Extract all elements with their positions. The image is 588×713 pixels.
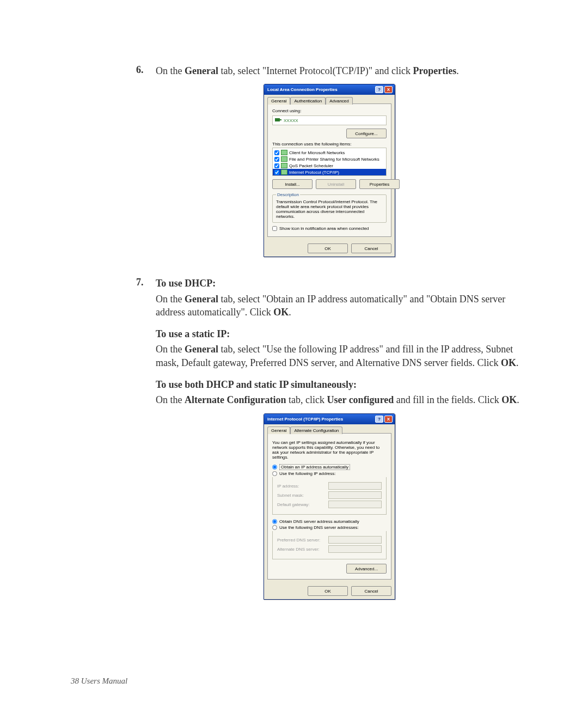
list-item[interactable]: File and Printer Sharing for Microsoft N… (273, 156, 386, 162)
ip-address-input[interactable] (328, 482, 382, 490)
dialog1-tabs: General Authentication Advanced (267, 96, 391, 104)
step-7-static-text: On the General tab, select "Use the foll… (156, 343, 523, 369)
service-icon (281, 150, 287, 155)
radio-label: Use the following DNS server addresses: (279, 525, 359, 530)
radio-label: Obtain DNS server address automatically (279, 519, 359, 524)
radio-label: Obtain an IP address automatically (279, 464, 350, 470)
help-button[interactable]: ? (375, 416, 383, 423)
subnet-mask-input[interactable] (328, 491, 382, 499)
install-button[interactable]: Install... (272, 179, 313, 189)
radio-use-following-ip[interactable]: Use the following IP address: (272, 471, 387, 476)
tab-alternate-configuration[interactable]: Alternate Configuration (290, 426, 342, 434)
radio-input[interactable] (272, 465, 277, 470)
subnet-mask-label: Subnet mask: (277, 493, 328, 498)
radio-input[interactable] (272, 525, 277, 530)
dialog-lan-properties: Local Area Connection Properties ? X Gen… (264, 84, 395, 257)
step-7: 7. To use DHCP: (136, 277, 523, 290)
service-icon (281, 163, 287, 168)
help-button[interactable]: ? (375, 86, 383, 93)
connect-using-label: Connect using: (272, 108, 387, 113)
step-7-heading-both: To use both DHCP and static IP simultane… (156, 378, 523, 391)
adapter-name: XXXXX (284, 118, 298, 123)
list-item-selected[interactable]: Internet Protocol (TCP/IP) (273, 169, 386, 175)
dialog2-titlebar: Internet Protocol (TCP/IP) Properties ? … (264, 414, 395, 424)
list-item[interactable]: Client for Microsoft Networks (273, 149, 386, 156)
cancel-button[interactable]: Cancel (351, 243, 391, 253)
ip-address-label: IP address: (277, 484, 328, 489)
ok-button[interactable]: OK (308, 586, 348, 596)
svg-rect-0 (275, 118, 280, 121)
advanced-button[interactable]: Advanced... (346, 564, 387, 574)
step-6-text: On the General tab, select "Internet Pro… (156, 64, 523, 77)
list-item-label: Internet Protocol (TCP/IP) (289, 170, 339, 175)
tab-authentication[interactable]: Authentication (290, 97, 326, 105)
cancel-button[interactable]: Cancel (351, 586, 391, 596)
items-list-label: This connection uses the following items… (272, 142, 387, 147)
list-item-label: File and Printer Sharing for Microsoft N… (289, 157, 379, 162)
radio-label: Use the following IP address: (279, 471, 335, 476)
configure-button[interactable]: Configure... (346, 129, 387, 138)
alternate-dns-label: Alternate DNS server: (277, 547, 328, 552)
properties-button[interactable]: Properties (359, 179, 400, 189)
item-checkbox[interactable] (274, 170, 279, 175)
step-6: 6. On the General tab, select "Internet … (136, 64, 523, 77)
ok-button[interactable]: OK (308, 243, 348, 253)
radio-input[interactable] (272, 519, 277, 524)
dialog1-titlebar: Local Area Connection Properties ? X (264, 84, 395, 95)
service-icon (281, 156, 287, 162)
list-item[interactable]: QoS Packet Scheduler (273, 162, 386, 169)
uninstall-button[interactable]: Uninstall (316, 179, 356, 189)
svg-rect-1 (280, 119, 281, 120)
list-item-label: Client for Microsoft Networks (289, 150, 345, 155)
tab-general[interactable]: General (267, 426, 290, 434)
show-icon-checkbox[interactable] (272, 226, 277, 231)
radio-obtain-ip-auto[interactable]: Obtain an IP address automatically (272, 464, 387, 470)
tab-general[interactable]: General (267, 97, 290, 105)
step-7-both-text: On the Alternate Configuration tab, clic… (156, 393, 523, 406)
nic-icon (275, 117, 281, 124)
default-gateway-input[interactable] (328, 501, 382, 508)
adapter-field: XXXXX (272, 115, 387, 125)
step-7-heading-dhcp: To use DHCP: (156, 277, 523, 290)
show-icon-label: Show icon in notification area when conn… (279, 226, 369, 231)
item-checkbox[interactable] (274, 163, 279, 168)
step-7-number: 7. (136, 277, 156, 290)
dialog-tcpip-properties: Internet Protocol (TCP/IP) Properties ? … (264, 413, 395, 600)
description-text: Transmission Control Protocol/Internet P… (276, 199, 383, 219)
default-gateway-label: Default gateway: (277, 502, 328, 507)
step-7-heading-static: To use a static IP: (156, 327, 523, 340)
item-checkbox[interactable] (274, 150, 279, 155)
alternate-dns-input[interactable] (328, 545, 382, 553)
dialog1-title: Local Area Connection Properties (267, 87, 375, 92)
radio-use-following-dns[interactable]: Use the following DNS server addresses: (272, 525, 387, 530)
preferred-dns-input[interactable] (328, 536, 382, 544)
description-group: Description Transmission Control Protoco… (272, 192, 387, 223)
dialog2-title: Internet Protocol (TCP/IP) Properties (267, 417, 375, 422)
radio-obtain-dns-auto[interactable]: Obtain DNS server address automatically (272, 519, 387, 524)
close-button[interactable]: X (384, 86, 393, 93)
list-item-label: QoS Packet Scheduler (289, 163, 333, 168)
tab-advanced[interactable]: Advanced (326, 97, 353, 105)
page-footer: 38 Users Manual (71, 677, 127, 686)
close-button[interactable]: X (384, 416, 393, 423)
connection-items-list[interactable]: Client for Microsoft Networks File and P… (272, 148, 387, 176)
radio-input[interactable] (272, 471, 277, 476)
description-legend: Description (276, 192, 300, 197)
dialog2-tabs: General Alternate Configuration (267, 426, 391, 434)
item-checkbox[interactable] (274, 157, 279, 162)
protocol-icon (281, 169, 287, 175)
preferred-dns-label: Preferred DNS server: (277, 538, 328, 543)
step-7-dhcp-text: On the General tab, select "Obtain an IP… (156, 292, 523, 319)
intro-text: You can get IP settings assigned automat… (272, 440, 387, 460)
step-6-number: 6. (136, 64, 156, 77)
